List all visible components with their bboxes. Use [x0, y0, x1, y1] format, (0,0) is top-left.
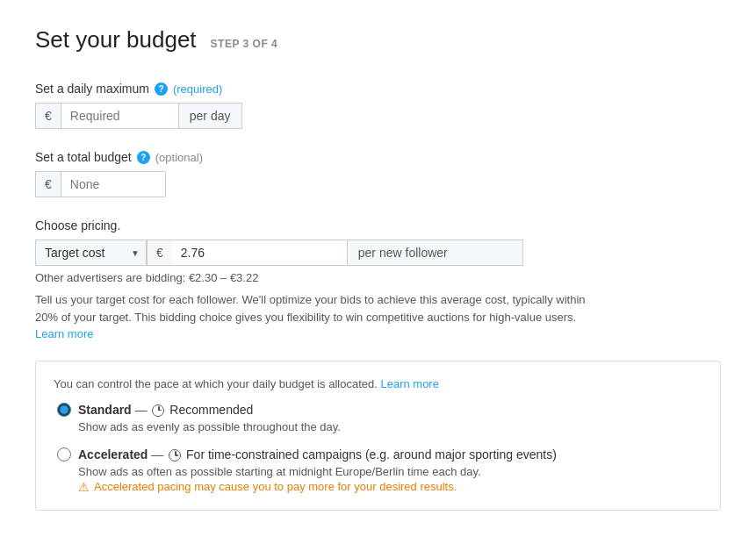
warning-icon: ⚠: [78, 480, 90, 494]
bidding-range-value: €2.30 – €3.22: [189, 271, 259, 284]
pacing-intro-text: You can control the pace at which your d…: [54, 377, 378, 390]
pricing-dropdown-wrapper: Automatic bid Maximum bid Target cost ▼: [35, 240, 147, 266]
pricing-description-text: Tell us your target cost for each follow…: [35, 293, 586, 324]
pacing-accelerated-separator: —: [151, 447, 167, 462]
total-budget-optional: (optional): [155, 151, 203, 164]
total-budget-label: Set a total budget ? (optional): [35, 150, 721, 164]
pacing-box: You can control the pace at which your d…: [35, 361, 721, 512]
daily-max-label: Set a daily maximum ? (required): [35, 82, 721, 96]
total-budget-section: Set a total budget ? (optional) €: [35, 150, 721, 197]
pricing-label: Choose pricing.: [35, 218, 721, 233]
pacing-accelerated-row: Accelerated — For time-constrained campa…: [57, 447, 702, 462]
page-header: Set your budget STEP 3 OF 4: [35, 26, 721, 54]
pricing-learn-more-link[interactable]: Learn more: [35, 327, 93, 340]
pacing-accelerated-option: Accelerated — For time-constrained campa…: [54, 447, 702, 494]
pacing-standard-row: Standard — Recommended: [57, 403, 702, 417]
daily-max-required: (required): [173, 82, 222, 96]
pacing-standard-option: Standard — Recommended Show ads as evenl…: [54, 403, 702, 435]
daily-max-help-icon[interactable]: ?: [155, 82, 168, 96]
pricing-description: Tell us your target cost for each follow…: [35, 291, 597, 343]
daily-max-section: Set a daily maximum ? (required) € per d…: [35, 82, 721, 129]
total-budget-input-row: €: [35, 171, 721, 197]
pricing-label-text: Choose pricing.: [35, 218, 120, 233]
pacing-intro: You can control the pace at which your d…: [54, 377, 702, 390]
pacing-accelerated-label[interactable]: Accelerated — For time-constrained campa…: [78, 447, 557, 462]
pricing-amount-input[interactable]: [172, 240, 348, 266]
pacing-accelerated-icon: [169, 449, 181, 462]
total-budget-help-icon[interactable]: ?: [137, 151, 150, 164]
pricing-per-label: per new follower: [348, 240, 523, 266]
pacing-accelerated-description: Show ads as often as possible starting a…: [57, 464, 702, 480]
step-indicator: STEP 3 OF 4: [211, 38, 278, 50]
pacing-warning-text: Accelerated pacing may cause you to pay …: [94, 480, 457, 493]
daily-max-input[interactable]: [61, 103, 179, 129]
pacing-standard-name: Standard: [78, 403, 132, 417]
pacing-standard-radio[interactable]: [57, 403, 71, 417]
pacing-standard-description: Show ads as evenly as possible throughou…: [57, 419, 702, 435]
pacing-accelerated-name: Accelerated: [78, 447, 148, 462]
total-budget-input[interactable]: [61, 171, 166, 197]
pricing-row: Automatic bid Maximum bid Target cost ▼ …: [35, 240, 721, 266]
daily-max-suffix: per day: [179, 103, 242, 129]
pacing-accelerated-warning: ⚠ Accelerated pacing may cause you to pa…: [57, 480, 702, 494]
daily-max-currency: €: [35, 103, 61, 129]
pacing-learn-more-link[interactable]: Learn more: [380, 377, 438, 390]
pricing-currency: €: [147, 240, 172, 266]
pacing-standard-separator: —: [135, 403, 151, 417]
bidding-range-label: Other advertisers are bidding:: [35, 271, 185, 284]
daily-max-label-text: Set a daily maximum: [35, 82, 149, 96]
pacing-accelerated-badge: For time-constrained campaigns (e.g. aro…: [186, 447, 557, 462]
total-budget-currency: €: [35, 171, 61, 197]
pacing-standard-icon: [152, 404, 164, 417]
pricing-select[interactable]: Automatic bid Maximum bid Target cost: [35, 240, 147, 266]
pricing-section: Choose pricing. Automatic bid Maximum bi…: [35, 218, 721, 343]
bidding-range: Other advertisers are bidding: €2.30 – €…: [35, 271, 721, 284]
daily-max-input-row: € per day: [35, 103, 721, 129]
total-budget-label-text: Set a total budget: [35, 150, 132, 164]
pacing-standard-label[interactable]: Standard — Recommended: [78, 403, 253, 417]
page-title: Set your budget: [35, 26, 197, 54]
pacing-accelerated-radio[interactable]: [57, 447, 71, 462]
pacing-standard-badge: Recommended: [169, 403, 253, 417]
